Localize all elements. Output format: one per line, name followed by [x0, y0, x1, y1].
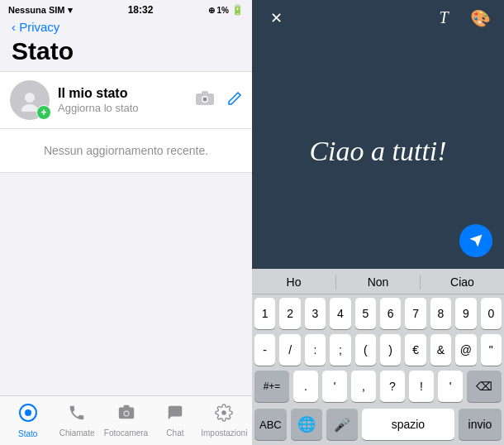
invio-key[interactable]: invio: [459, 409, 502, 440]
tab-fotocamera[interactable]: Fotocamera: [102, 404, 150, 438]
tab-stato[interactable]: Stato: [3, 403, 52, 438]
edit-icon[interactable]: [227, 91, 242, 110]
back-label: Privacy: [19, 20, 59, 34]
backspace-key[interactable]: ⌫: [467, 371, 502, 402]
time-label: 18:32: [128, 4, 154, 16]
stato-icon: [18, 403, 38, 428]
autocomplete-word-1[interactable]: Ho: [252, 274, 335, 290]
key-period[interactable]: .: [293, 371, 318, 402]
key-3[interactable]: 3: [305, 298, 326, 329]
status-bar-right: ⊕ 1% 🔋: [208, 4, 244, 16]
key-apostrophe[interactable]: ': [322, 371, 347, 402]
keyboard-rows: 1 2 3 4 5 6 7 8 9 0 - / : ; ( ) € &: [252, 294, 504, 409]
key-single-quote[interactable]: ': [438, 371, 463, 402]
key-6[interactable]: 6: [380, 298, 401, 329]
space-label: spazio: [392, 418, 425, 431]
key-open-paren[interactable]: (: [355, 334, 376, 366]
chat-label: Chat: [166, 428, 183, 438]
globe-icon: 🌐: [297, 415, 316, 433]
key-question[interactable]: ?: [380, 371, 405, 402]
right-panel: ✕ T 🎨 Ciao a tutti! Ho Non Ciao 1 2: [252, 0, 504, 445]
user-info: Il mio stato Aggiorna lo stato: [58, 86, 188, 114]
nav-bar: ‹ Privacy: [0, 18, 252, 37]
no-update-text: Nessun aggiornamento recente.: [0, 129, 252, 173]
autocomplete-bar: Ho Non Ciao: [252, 269, 504, 294]
camera-icon[interactable]: [196, 91, 214, 110]
right-top-bar: ✕ T 🎨: [252, 0, 504, 33]
key-close-paren[interactable]: ): [380, 334, 401, 366]
bottom-row: ABC 🌐 🎤 spazio invio: [252, 409, 504, 445]
tab-bar: Stato Chiamate Fotocamera: [0, 395, 252, 445]
key-semicolon[interactable]: ;: [330, 334, 350, 366]
avatar-container: +: [10, 80, 50, 120]
user-name: Il mio stato: [58, 86, 188, 101]
chat-icon: [166, 404, 184, 427]
user-subtitle: Aggiorna lo stato: [58, 102, 188, 114]
tab-chiamate[interactable]: Chiamate: [52, 404, 101, 438]
key-slash[interactable]: /: [279, 334, 300, 366]
key-7[interactable]: 7: [405, 298, 426, 329]
key-9[interactable]: 9: [455, 298, 476, 329]
right-top-actions: T 🎨: [431, 8, 492, 28]
autocomplete-word-2[interactable]: Non: [336, 274, 420, 290]
key-row-1: 1 2 3 4 5 6 7 8 9 0: [254, 298, 502, 329]
send-button[interactable]: [459, 224, 492, 257]
key-5[interactable]: 5: [355, 298, 376, 329]
space-key[interactable]: spazio: [362, 409, 454, 440]
key-ampersand[interactable]: &: [430, 334, 451, 366]
no-update-section: Nessun aggiornamento recente.: [0, 129, 252, 395]
stato-label: Stato: [18, 429, 37, 438]
svg-point-7: [25, 409, 31, 416]
svg-point-10: [124, 412, 128, 416]
tab-chat[interactable]: Chat: [150, 404, 199, 438]
key-exclaim[interactable]: !: [409, 371, 434, 402]
font-icon[interactable]: T: [431, 8, 456, 28]
abc-key[interactable]: ABC: [254, 409, 287, 440]
key-8[interactable]: 8: [430, 298, 451, 329]
status-bar: Nessuna SIM ▾ 18:32 ⊕ 1% 🔋: [0, 0, 252, 18]
chiamate-label: Chiamate: [59, 428, 95, 438]
mic-key[interactable]: 🎤: [326, 409, 358, 440]
keyboard-area: Ho Non Ciao 1 2 3 4 5 6 7 8 9 0 -: [252, 269, 504, 445]
battery-icon: 🔋: [231, 4, 244, 16]
add-status-button[interactable]: +: [36, 105, 51, 120]
text-canvas[interactable]: Ciao a tutti!: [252, 33, 504, 269]
svg-point-0: [25, 93, 35, 103]
battery-label: 1%: [217, 6, 229, 15]
canvas-text: Ciao a tutti!: [309, 136, 446, 167]
svg-point-12: [222, 410, 227, 415]
key-minus[interactable]: -: [254, 334, 275, 366]
fotocamera-icon: [117, 404, 136, 427]
chiamate-icon: [68, 404, 86, 427]
key-quote[interactable]: ": [481, 334, 502, 366]
svg-point-4: [203, 97, 207, 101]
key-euro[interactable]: €: [405, 334, 426, 366]
fotocamera-label: Fotocamera: [104, 428, 148, 438]
wifi-icon: ▾: [68, 5, 73, 16]
impostazioni-label: Impostazioni: [201, 428, 247, 438]
tab-impostazioni[interactable]: Impostazioni: [200, 404, 249, 438]
back-button[interactable]: ‹ Privacy: [12, 20, 240, 34]
key-4[interactable]: 4: [330, 298, 350, 329]
key-hash-plus-equals[interactable]: #+=: [254, 371, 289, 402]
invio-label: invio: [468, 418, 492, 431]
left-panel: Nessuna SIM ▾ 18:32 ⊕ 1% 🔋 ‹ Privacy Sta…: [0, 0, 252, 445]
profile-section: + Il mio stato Aggiorna lo stato: [0, 71, 252, 129]
svg-point-1: [21, 104, 38, 112]
status-bar-left: Nessuna SIM ▾: [8, 5, 73, 16]
globe-key[interactable]: 🌐: [291, 409, 322, 440]
key-0[interactable]: 0: [481, 298, 502, 329]
autocomplete-word-3[interactable]: Ciao: [421, 274, 504, 290]
close-icon[interactable]: ✕: [264, 9, 288, 27]
left-content: ‹ Privacy Stato + Il mio stato Aggiorna …: [0, 18, 252, 445]
key-at[interactable]: @: [455, 334, 476, 366]
action-icons: [196, 91, 242, 110]
key-colon[interactable]: :: [305, 334, 326, 366]
screen-mirror-icon: ⊕: [208, 6, 215, 15]
palette-icon[interactable]: 🎨: [468, 8, 492, 28]
key-comma[interactable]: ,: [351, 371, 376, 402]
impostazioni-icon: [215, 404, 233, 427]
key-2[interactable]: 2: [279, 298, 300, 329]
chevron-left-icon: ‹: [12, 20, 16, 34]
key-1[interactable]: 1: [254, 298, 275, 329]
